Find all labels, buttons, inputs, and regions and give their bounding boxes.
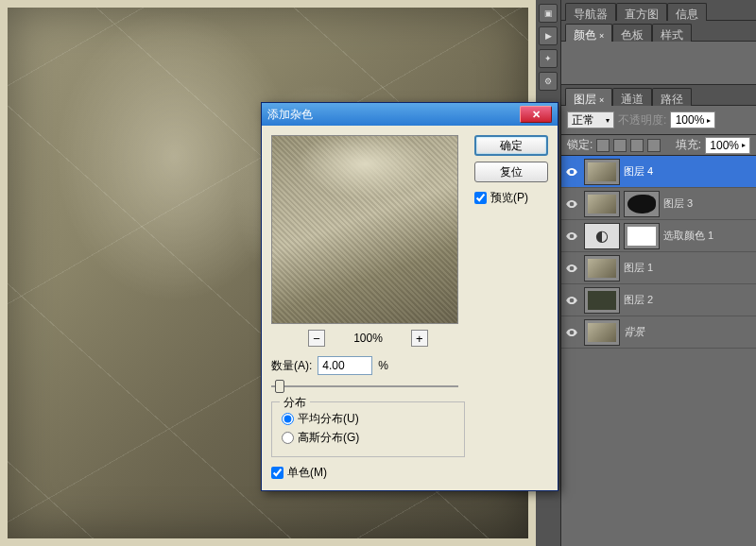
layers-list: 图层 4 图层 3 选取颜色 1 图层 1 — [561, 156, 756, 546]
lock-position-icon[interactable] — [630, 139, 644, 152]
gaussian-radio[interactable]: 高斯分布(G) — [282, 430, 455, 446]
monochrome-checkbox[interactable]: 单色(M) — [271, 465, 465, 481]
zoom-level: 100% — [353, 332, 383, 345]
zoom-out-button[interactable]: − — [308, 330, 325, 347]
layer-name[interactable]: 选取颜色 1 — [663, 229, 713, 243]
layer-options-row: 正常 不透明度: 100%▸ — [561, 106, 756, 135]
dock-icon-4[interactable]: ⚙ — [539, 72, 558, 91]
noise-preview[interactable] — [271, 135, 458, 324]
amount-slider[interactable] — [271, 379, 458, 394]
amount-unit: % — [378, 359, 388, 372]
panel-stack: 导航器 直方图 信息 颜色× 色板 样式 图层× 通道 路径 正常 不透明度: … — [561, 0, 756, 546]
layer-mask-thumb — [624, 191, 660, 217]
amount-label: 数量(A): — [271, 358, 312, 374]
layer-row[interactable]: 图层 4 — [561, 156, 756, 188]
layer-name[interactable]: 图层 3 — [663, 196, 693, 211]
tab-swatches[interactable]: 色板 — [612, 24, 652, 42]
tab-info[interactable]: 信息 — [667, 3, 707, 21]
blend-mode-select[interactable]: 正常 — [567, 111, 614, 128]
dock-icon-2[interactable]: ▶ — [539, 26, 558, 45]
tab-navigator[interactable]: 导航器 — [565, 3, 616, 21]
layer-name[interactable]: 图层 2 — [624, 293, 653, 307]
tab-channels[interactable]: 通道 — [612, 88, 652, 106]
layer-name[interactable]: 图层 4 — [624, 164, 653, 179]
fill-input[interactable]: 100%▸ — [705, 137, 750, 154]
dock-icon-3[interactable]: ✦ — [539, 49, 558, 68]
dock-icon-1[interactable]: ▣ — [539, 4, 558, 23]
layer-row[interactable]: 选取颜色 1 — [561, 220, 756, 252]
layer-name[interactable]: 图层 1 — [624, 261, 653, 275]
right-dock: ▣ ▶ ✦ ⚙ 导航器 直方图 信息 颜色× 色板 样式 图层× 通道 路径 正… — [536, 0, 756, 546]
lock-row: 锁定: 填充: 100%▸ — [561, 135, 756, 156]
preview-checkbox[interactable]: 预览(P) — [474, 190, 548, 206]
layer-thumb — [584, 191, 620, 217]
zoom-in-button[interactable]: + — [411, 330, 428, 347]
reset-button[interactable]: 复位 — [474, 162, 548, 182]
slider-handle[interactable] — [275, 380, 284, 393]
tab-paths[interactable]: 路径 — [652, 88, 692, 106]
visibility-icon[interactable] — [563, 260, 580, 277]
tab-layers[interactable]: 图层× — [565, 88, 612, 106]
layer-row[interactable]: 图层 3 — [561, 188, 756, 220]
layer-thumb — [584, 319, 620, 346]
close-icon[interactable]: ✕ — [520, 106, 552, 123]
dialog-titlebar[interactable]: 添加杂色 ✕ — [262, 103, 558, 126]
layer-thumb — [584, 159, 620, 185]
opacity-label: 不透明度: — [618, 112, 666, 128]
tab-styles[interactable]: 样式 — [652, 24, 692, 42]
ok-button[interactable]: 确定 — [474, 135, 548, 156]
uniform-radio[interactable]: 平均分布(U) — [282, 411, 455, 427]
lock-transparency-icon[interactable] — [596, 139, 610, 152]
visibility-icon[interactable] — [563, 163, 580, 180]
layer-name[interactable]: 背景 — [624, 325, 644, 339]
amount-input[interactable] — [318, 356, 372, 375]
add-noise-dialog: 添加杂色 ✕ − 100% + 数量(A): % 分布 平均分布(U) 高斯分布… — [261, 102, 558, 491]
visibility-icon[interactable] — [563, 292, 580, 309]
distribution-group: 分布 平均分布(U) 高斯分布(G) — [271, 401, 465, 457]
navigator-tabset: 导航器 直方图 信息 — [561, 0, 756, 21]
layer-mask-thumb — [624, 223, 660, 249]
layer-thumb — [584, 255, 620, 282]
color-tabset: 颜色× 色板 样式 — [561, 21, 756, 42]
layer-row[interactable]: 图层 1 — [561, 252, 756, 284]
layer-row[interactable]: 背景 — [561, 316, 756, 349]
lock-all-icon[interactable] — [647, 139, 661, 152]
opacity-input[interactable]: 100%▸ — [670, 111, 715, 128]
fill-label: 填充: — [676, 137, 701, 153]
layer-row[interactable]: 图层 2 — [561, 284, 756, 316]
distribution-label: 分布 — [280, 395, 310, 411]
tab-color[interactable]: 颜色× — [565, 24, 612, 42]
visibility-icon[interactable] — [563, 196, 580, 213]
layer-thumb — [584, 287, 620, 314]
lock-label: 锁定: — [567, 137, 593, 153]
color-panel-body — [561, 42, 756, 85]
layers-tabset: 图层× 通道 路径 — [561, 85, 756, 106]
dialog-title: 添加杂色 — [267, 107, 520, 123]
lock-pixels-icon[interactable] — [613, 139, 627, 152]
visibility-icon[interactable] — [563, 324, 580, 341]
tab-histogram[interactable]: 直方图 — [616, 3, 667, 21]
adjustment-thumb — [584, 223, 620, 249]
visibility-icon[interactable] — [563, 228, 580, 245]
